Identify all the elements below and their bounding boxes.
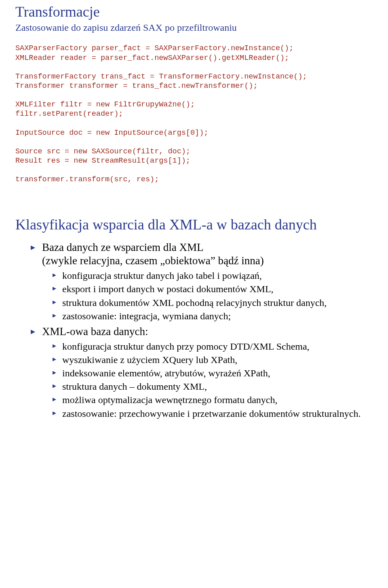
outer-item-0-subtext: (zwykle relacyjna, czasem „obiektowa” bą… <box>42 254 373 268</box>
outer-list: Baza danych ze wsparciem dla XML (zwykle… <box>15 241 373 420</box>
outer-item-0-text: Baza danych ze wsparciem dla XML <box>42 241 204 253</box>
slide-1: Transformacje Zastosowanie do zapisu zda… <box>15 4 373 184</box>
inner-list-0: konfiguracja struktur danych jako tabel … <box>42 270 373 323</box>
inner-item: wyszukiwanie z użyciem XQuery lub XPath, <box>53 354 373 366</box>
slide-1-title: Transformacje <box>15 4 373 20</box>
inner-list-1: konfiguracja struktur danych przy pomocy… <box>42 340 373 420</box>
slide-2: Klasyfikacja wsparcia dla XML-a w bazach… <box>15 217 373 420</box>
inner-item: zastosowanie: przechowywanie i przetwarz… <box>53 408 373 420</box>
inner-item: możliwa optymalizacja wewnętrznego forma… <box>53 394 373 406</box>
page: Transformacje Zastosowanie do zapisu zda… <box>0 0 388 465</box>
slide-2-title: Klasyfikacja wsparcia dla XML-a w bazach… <box>15 217 373 233</box>
inner-item: konfiguracja struktur danych przy pomocy… <box>53 340 373 353</box>
outer-item-1: XML-owa baza danych: konfiguracja strukt… <box>31 325 373 420</box>
inner-item: eksport i import danych w postaci dokume… <box>53 283 373 295</box>
code-block: SAXParserFactory parser_fact = SAXParser… <box>15 44 373 184</box>
inner-item: struktura dokumentów XML pochodną relacy… <box>53 297 373 309</box>
inner-item: konfiguracja struktur danych jako tabel … <box>53 270 373 282</box>
outer-item-1-text: XML-owa baza danych: <box>42 325 148 338</box>
inner-item: indeksowanie elementów, atrybutów, wyraż… <box>53 367 373 380</box>
inner-item: zastosowanie: integracja, wymiana danych… <box>53 310 373 323</box>
inner-item: struktura danych – dokumenty XML, <box>53 380 373 393</box>
slide-1-subtitle: Zastosowanie do zapisu zdarzeń SAX po pr… <box>15 22 373 34</box>
outer-item-0: Baza danych ze wsparciem dla XML (zwykle… <box>31 241 373 323</box>
